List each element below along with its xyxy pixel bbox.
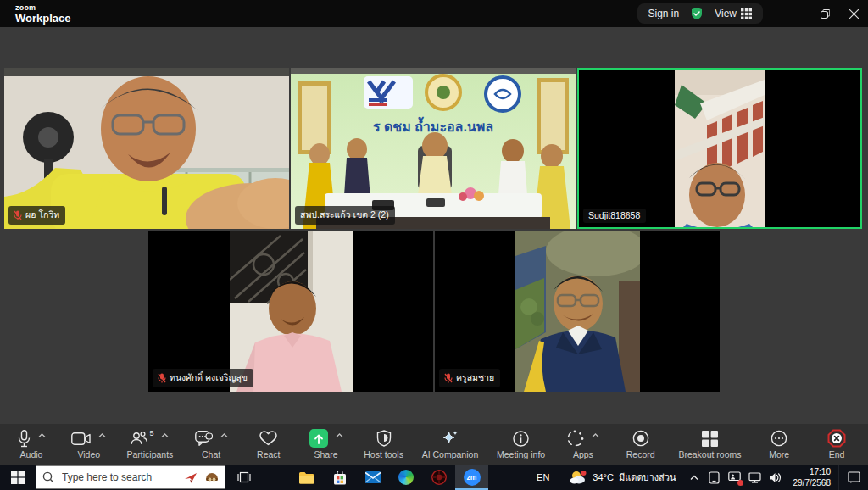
meeting-info-label: Meeting info <box>497 449 545 459</box>
chevron-up-icon <box>220 433 228 438</box>
chat-icon <box>195 431 213 447</box>
device-icon[interactable] <box>704 465 725 490</box>
zoom-workplace-logo: zoom Workplace <box>15 4 71 24</box>
participant-nameplate: สพป.สระแก้ว เขต 2 (2) <box>295 206 395 225</box>
window-titlebar: zoom Workplace Sign in View <box>0 0 868 27</box>
participants-icon <box>131 431 147 446</box>
file-explorer-taskbar-icon[interactable] <box>290 465 323 490</box>
task-view-button[interactable] <box>225 465 263 490</box>
participant-name: สพป.สระแก้ว เขต 2 (2) <box>300 208 389 222</box>
muted-mic-icon <box>14 210 22 220</box>
record-button[interactable]: Record <box>621 424 660 465</box>
meeting-info-button[interactable]: Meeting info <box>497 424 545 465</box>
heart-icon <box>259 431 277 446</box>
chevron-up-icon <box>336 433 343 438</box>
screenshare-icon[interactable] <box>725 465 745 490</box>
close-button[interactable] <box>839 0 868 27</box>
windows-logo-icon <box>11 471 25 484</box>
edge-taskbar-icon[interactable] <box>389 465 422 490</box>
search-icon <box>42 471 54 483</box>
grid-view-icon <box>741 8 752 19</box>
meeting-stage: ผอ โกวิท <box>0 27 868 424</box>
host-tools-button[interactable]: Host tools <box>364 424 403 465</box>
weather-condition-text: มีแดดบางส่วน <box>619 470 676 485</box>
breakout-rooms-icon <box>702 431 718 447</box>
video-tile-3[interactable]: Sudjit818658 <box>577 68 862 229</box>
ai-companion-label: AI Companion <box>422 449 479 459</box>
taskbar-search[interactable] <box>36 465 225 489</box>
audio-button[interactable]: Audio <box>12 424 51 465</box>
audio-label: Audio <box>20 449 43 459</box>
video-feed <box>230 231 353 392</box>
react-label: React <box>257 449 280 459</box>
video-tile-4[interactable]: ทนงศักดิ์ คงเจริญสุข <box>148 231 433 392</box>
chevron-up-icon <box>38 433 46 438</box>
chat-button[interactable]: Chat <box>192 424 231 465</box>
participants-button[interactable]: 5 Participants <box>126 424 173 465</box>
participant-name: ทนงศักดิ์ คงเจริญสุข <box>170 370 248 385</box>
room-banner-text: ร ดชม ถ้ำมะอล.นพล <box>373 116 493 134</box>
weather-widget[interactable]: 34°C มีแดดบางส่วน <box>561 470 683 485</box>
muted-mic-icon <box>158 373 166 383</box>
notification-dot <box>737 480 743 486</box>
video-tile-5[interactable]: ครูสมชาย <box>435 231 720 392</box>
participants-label: Participants <box>126 449 173 459</box>
mail-taskbar-icon[interactable] <box>356 465 389 490</box>
end-meeting-button[interactable]: End <box>817 424 856 465</box>
aviator-hat-doodle-icon <box>205 471 219 483</box>
participant-name: ครูสมชาย <box>456 370 494 385</box>
video-button[interactable]: Video <box>70 424 108 465</box>
participant-nameplate: ทนงศักดิ์ คงเจริญสุข <box>153 369 253 387</box>
zoom-taskbar-icon[interactable]: zm <box>455 465 488 490</box>
react-button[interactable]: React <box>249 424 288 465</box>
security-shield-icon[interactable] <box>690 7 704 20</box>
temperature-text: 34°C <box>593 472 614 482</box>
chevron-up-icon <box>161 433 169 438</box>
minimize-button[interactable] <box>782 0 810 27</box>
participant-name: ผอ โกวิท <box>25 208 59 222</box>
start-button[interactable] <box>0 465 36 490</box>
brand-zoom: zoom <box>15 4 71 12</box>
chevron-up-icon <box>592 433 599 438</box>
volume-icon[interactable] <box>765 465 786 490</box>
language-indicator[interactable]: EN <box>525 472 561 482</box>
participant-nameplate: ผอ โกวิท <box>8 206 65 225</box>
red-app-taskbar-icon[interactable] <box>422 465 455 490</box>
breakout-rooms-label: Breakout rooms <box>678 449 741 459</box>
meeting-toolbar: Audio Video 5 Participants Chat React <box>0 424 868 465</box>
clock-time: 17:10 <box>793 466 832 477</box>
video-tile-2[interactable]: ร ดชม ถ้ำมะอล.นพล สพป.สระ <box>291 68 576 229</box>
restore-button[interactable] <box>810 0 839 27</box>
taskbar-clock[interactable]: 17:10 29/7/2568 <box>786 466 839 488</box>
info-icon <box>513 431 529 447</box>
participants-count-badge: 5 <box>149 429 153 437</box>
view-button[interactable]: View <box>715 8 752 19</box>
share-screen-icon <box>309 429 328 448</box>
windows-taskbar: zm EN 34°C มีแดดบางส่วน 17:10 29/7/2568 <box>0 465 868 490</box>
share-button[interactable]: Share <box>307 424 346 465</box>
host-tools-label: Host tools <box>364 449 403 459</box>
brand-workplace: Workplace <box>15 13 71 24</box>
ai-companion-button[interactable]: AI Companion <box>422 424 479 465</box>
participant-nameplate: Sudjit818658 <box>583 209 646 223</box>
tray-expand-chevron[interactable] <box>684 465 704 490</box>
more-button[interactable]: More <box>760 424 798 465</box>
muted-mic-icon <box>444 373 453 383</box>
video-feed <box>4 68 289 229</box>
weather-icon <box>569 470 587 485</box>
microphone-icon <box>18 430 31 448</box>
sign-in-button[interactable]: Sign in <box>648 8 680 19</box>
action-center-button[interactable] <box>838 465 868 490</box>
plane-doodle-icon <box>184 471 199 483</box>
apps-button[interactable]: Apps <box>564 424 603 465</box>
chevron-up-icon <box>98 433 106 438</box>
network-icon[interactable] <box>745 465 765 490</box>
apps-icon <box>567 430 584 447</box>
video-tile-1[interactable]: ผอ โกวิท <box>4 68 289 229</box>
search-input[interactable] <box>60 471 178 484</box>
ai-companion-icon <box>441 430 459 448</box>
microsoft-store-taskbar-icon[interactable] <box>323 465 356 490</box>
video-feed <box>675 70 765 227</box>
breakout-rooms-button[interactable]: Breakout rooms <box>678 424 741 465</box>
apps-label: Apps <box>573 449 593 459</box>
